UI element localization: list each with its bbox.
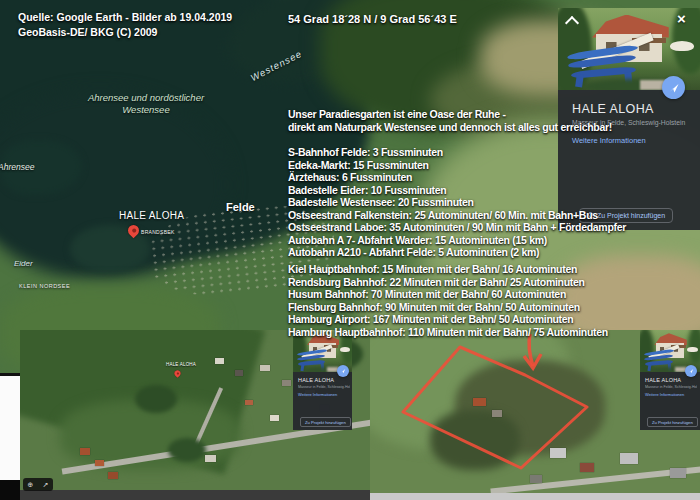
mini-place-card[interactable]: HALE ALOHA Masseur in Felde, Schleswig-H… [640,330,700,430]
aerial-house-red [108,472,118,479]
map-label-hale-aloha: HALE ALOHA [119,210,184,221]
place-subtitle: Masseur in Felde, Schleswig-Holstein [645,385,697,389]
list-item: Autobahn A 7- Abfahrt Warder: 15 Automin… [288,234,626,247]
mini-place-card[interactable]: HALE ALOHA Masseur in Felde, Schleswig-H… [293,330,352,430]
attribution-line2: GeoBasis-DE/ BKG (C) 2009 [18,25,232,40]
close-icon[interactable]: × [677,10,686,27]
list-item: Flensburg Bahnhof: 90 Minuten mit der Ba… [288,301,608,314]
map-label-eider: Eider [14,259,33,268]
list-item: Edeka-Markt: 15 Fussminuten [288,159,626,172]
map-label-brandsbek: BRANDSBEK [141,229,175,235]
collage-black-corner [0,480,20,500]
map-label-ahrensee-area: Ahrensee und nordöstlicher Westensee [86,92,206,115]
intro-line: direkt am Naturpark Westensee und dennoc… [288,121,612,134]
more-info-link[interactable]: Weitere Informationen [645,392,684,397]
add-to-project-label: Zu Projekt hinzufügen [305,420,346,425]
source-attribution: Quelle: Google Earth - Bilder ab 19.04.2… [18,10,232,39]
attribution-line1: Quelle: Google Earth - Bilder ab 19.04.2… [18,10,232,25]
more-info-link[interactable]: Weitere Informationen [298,392,337,397]
list-item: Husum Bahnhof: 70 Minuten mit der Bahn/ … [288,288,608,301]
aerial-house [245,400,253,405]
add-to-project-label: Zu Projekt hinzufügen [652,420,693,425]
target-icon[interactable]: ⊕ [28,481,34,489]
mini-share-button[interactable] [337,365,349,377]
list-item: Rendsburg Bahnhof: 22 Minuten mit der Ba… [288,276,608,289]
list-item: Kiel Hauptbahnhof: 15 Minuten mit der Ba… [288,263,608,276]
list-item: Autobahn A210 - Abfahrt Felde: 5 Automin… [288,246,626,259]
aerial-trees [135,385,177,413]
intro-line: Unser Paradiesgarten ist eine Oase der R… [288,108,612,121]
add-to-project-button[interactable]: Zu Projekt hinzufügen [647,417,698,427]
paper-plane-icon [340,368,346,374]
list-item: Hamburg Hauptbahnhof: 110 Minuten mit de… [288,326,608,339]
distance-list-local: S-Bahnhof Felde: 3 Fussminuten Edeka-Mar… [288,146,626,259]
coordinates-text: 54 Grad 18´28 N / 9 Grad 56´43 E [288,13,457,25]
list-item: Ärztehaus: 6 Fussminuten [288,171,626,184]
place-title: HALE ALOHA [645,377,681,383]
draw-icon[interactable]: ↗ [43,481,49,489]
map-toolbar: ⊕ ↗ [23,478,53,491]
property-outline-polygon [403,347,587,468]
distance-list-stations: Kiel Hauptbahnhof: 15 Minuten mit der Ba… [288,263,608,338]
garden-umbrella [340,347,350,352]
mini-place-panel: HALE ALOHA Masseur in Felde, Schleswig-H… [293,372,352,430]
list-item: Hamburg Airport: 167 Minuten mit der Bah… [288,313,608,326]
place-title: HALE ALOHA [298,377,334,383]
paper-plane-icon [688,368,694,374]
map-label-klein-nordsee: KLEIN NORDSEE [19,283,70,289]
mini-place-panel: HALE ALOHA Masseur in Felde, Schleswig-H… [640,372,700,430]
garden-umbrella [687,347,697,352]
aerial-house-red [80,448,90,455]
list-item: Badestelle Eider: 10 Fussminuten [288,184,626,197]
list-item: Ostseestrand Falkenstein: 25 Autominuten… [288,209,626,222]
aerial-house [260,365,270,371]
more-info-link[interactable]: Weitere Informationen [572,136,646,145]
aerial-house [270,415,279,421]
aerial-house-red [95,460,104,466]
garden-umbrella [670,41,694,52]
aerial-house [282,380,291,386]
screenshot-root: Westensee Ahrensee und nordöstlicher Wes… [0,0,700,500]
photo-bottom-bar [20,490,370,500]
intro-text: Unser Paradiesgarten ist eine Oase der R… [288,108,612,133]
share-button[interactable] [662,76,685,99]
mini-share-button[interactable] [685,365,697,377]
aerial-house [235,370,243,376]
paper-plane-icon [668,82,680,94]
place-subtitle: Masseur in Felde, Schleswig-Holstein [298,385,350,389]
aerial-house [215,358,224,364]
map-label-ahrensee: Ahrensee [0,162,34,172]
photo-bottom-bar [370,493,700,500]
map-label-felde: Felde [226,201,255,213]
list-item: S-Bahnhof Felde: 3 Fussminuten [288,146,626,159]
add-to-project-button[interactable]: Zu Projekt hinzufügen [300,417,351,427]
list-item: Badestelle Westensee: 20 Fussminuten [288,196,626,209]
aerial-trees [168,438,206,462]
list-item: Ostseestrand Laboe: 35 Autominuten / 90 … [288,221,626,234]
aerial-pin-label: HALE ALOHA [166,362,196,367]
aerial-house [205,455,216,462]
